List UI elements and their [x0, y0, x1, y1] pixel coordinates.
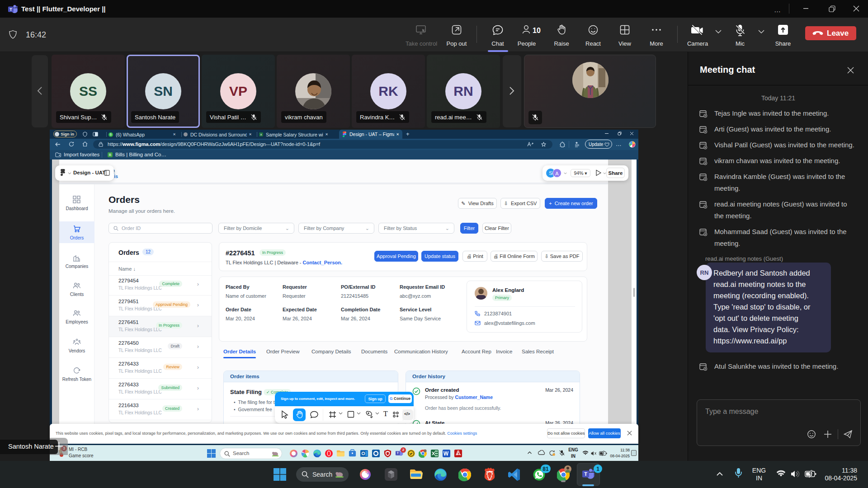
- svg-text:T: T: [584, 471, 587, 477]
- svg-text:T: T: [9, 7, 12, 12]
- svg-text:T: T: [397, 451, 399, 455]
